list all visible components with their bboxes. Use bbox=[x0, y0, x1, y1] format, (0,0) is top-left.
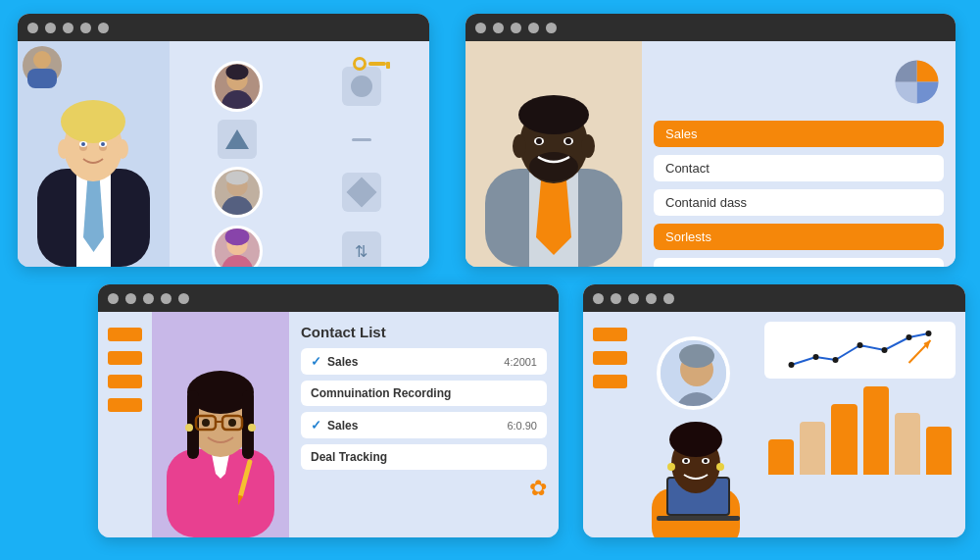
item-label-2: Comnuination Recording bbox=[311, 386, 451, 400]
checkmark-1: ✓ bbox=[311, 354, 321, 369]
svg-point-72 bbox=[704, 459, 708, 463]
svg-point-37 bbox=[513, 134, 526, 158]
svg-point-13 bbox=[81, 142, 85, 146]
bar-4 bbox=[863, 386, 889, 475]
avatar-dark-man bbox=[466, 41, 642, 267]
window-top-left: ⇅ bbox=[18, 14, 429, 267]
shape-double-arrow-icon: ⇅ bbox=[342, 231, 381, 267]
pie-chart-area bbox=[654, 55, 944, 109]
br-avatar-relative: ✿ bbox=[637, 312, 755, 537]
dot-3 bbox=[63, 23, 74, 33]
tl-grid: ⇅ bbox=[179, 61, 419, 267]
dot-1 bbox=[475, 23, 486, 33]
businessman-blond-svg bbox=[18, 41, 170, 267]
titlebar-bl bbox=[98, 284, 559, 312]
dot-2 bbox=[493, 23, 504, 33]
dot-4 bbox=[646, 293, 657, 304]
dot-4 bbox=[80, 23, 91, 33]
svg-point-53 bbox=[248, 424, 256, 432]
svg-point-59 bbox=[679, 344, 714, 368]
tr-menu-panel: Sales Contact Contanid dass Sorlests Cor… bbox=[642, 41, 956, 267]
key-icon bbox=[353, 57, 390, 71]
svg-point-74 bbox=[789, 362, 795, 368]
sidebar-btn-br-3[interactable] bbox=[593, 375, 627, 388]
titlebar-tl bbox=[18, 14, 429, 41]
tl-body: ⇅ bbox=[18, 41, 429, 267]
item-label-4: Deal Tracking bbox=[311, 450, 387, 464]
shape-circle-icon bbox=[342, 67, 381, 106]
pie-chart-svg bbox=[890, 55, 944, 109]
item-label-3: Sales bbox=[327, 419, 358, 433]
svg-point-78 bbox=[882, 347, 888, 353]
svg-point-71 bbox=[684, 459, 688, 463]
menu-item-cornr[interactable]: Cornr/hiding bbox=[654, 258, 944, 267]
line-chart-box bbox=[764, 322, 956, 379]
avatar-dark-hair bbox=[179, 61, 296, 112]
menu-item-contanid[interactable]: Contanid dass bbox=[654, 189, 944, 216]
item-label-1: Sales bbox=[327, 355, 358, 369]
bl-sidebar bbox=[98, 312, 152, 537]
contact-list-panel: Contact List ✓ Sales 4:2001 Comnuination… bbox=[289, 312, 559, 537]
svg-point-19 bbox=[226, 65, 249, 80]
contact-item-1[interactable]: ✓ Sales 4:2001 bbox=[301, 348, 547, 375]
window-bottom-right: ✿ bbox=[583, 284, 965, 537]
sidebar-btn-1[interactable] bbox=[108, 328, 142, 341]
avatar-woman-small bbox=[179, 226, 296, 267]
dot-5 bbox=[663, 293, 674, 304]
bar-3 bbox=[831, 404, 857, 475]
sidebar-btn-br-2[interactable] bbox=[593, 351, 627, 365]
dot-3 bbox=[511, 23, 521, 33]
dot-1 bbox=[27, 23, 38, 33]
dark-woman-area bbox=[637, 410, 755, 537]
svg-point-38 bbox=[581, 134, 595, 158]
dot-2 bbox=[125, 293, 136, 304]
svg-point-25 bbox=[225, 229, 250, 246]
window-top-right: Sales Contact Contanid dass Sorlests Cor… bbox=[466, 14, 956, 267]
br-body: ✿ bbox=[583, 312, 965, 537]
svg-point-79 bbox=[906, 334, 912, 340]
svg-rect-3 bbox=[27, 69, 57, 88]
dot-5 bbox=[98, 23, 109, 33]
svg-point-14 bbox=[101, 142, 105, 146]
svg-point-23 bbox=[221, 255, 253, 267]
dot-5 bbox=[178, 293, 189, 304]
dot-4 bbox=[161, 293, 172, 304]
shape-arrow-up-icon bbox=[218, 120, 257, 159]
contact-item-2[interactable]: Comnuination Recording bbox=[301, 381, 547, 406]
avatar-older-man bbox=[179, 167, 296, 218]
sidebar-btn-br-1[interactable] bbox=[593, 328, 627, 341]
svg-rect-64 bbox=[657, 516, 740, 521]
svg-point-32 bbox=[529, 152, 578, 181]
svg-point-75 bbox=[813, 354, 819, 360]
svg-point-16 bbox=[117, 139, 128, 159]
sidebar-btn-2[interactable] bbox=[108, 351, 142, 365]
contact-item-3[interactable]: ✓ Sales 6:0.90 bbox=[301, 412, 547, 438]
menu-item-sales-1[interactable]: Sales bbox=[654, 121, 944, 147]
contact-item-4[interactable]: Deal Tracking bbox=[301, 444, 547, 470]
sidebar-btn-4[interactable] bbox=[108, 398, 142, 412]
avatar-br-circle bbox=[657, 336, 730, 410]
line-chart-svg bbox=[768, 326, 952, 375]
avatar-woman-glasses bbox=[152, 312, 289, 537]
dark-man-svg bbox=[466, 41, 642, 267]
svg-point-50 bbox=[202, 419, 210, 427]
dash-element bbox=[304, 120, 420, 159]
window-bottom-left: Contact List ✓ Sales 4:2001 Comnuination… bbox=[98, 284, 559, 537]
sidebar-btn-3[interactable] bbox=[108, 375, 142, 388]
svg-point-52 bbox=[185, 424, 193, 432]
menu-item-sorlests[interactable]: Sorlests bbox=[654, 224, 944, 250]
svg-point-15 bbox=[58, 139, 70, 159]
titlebar-br bbox=[583, 284, 965, 312]
svg-point-77 bbox=[858, 342, 863, 348]
bar-chart-area bbox=[764, 386, 956, 475]
svg-point-76 bbox=[833, 357, 839, 363]
svg-point-22 bbox=[226, 171, 249, 184]
tr-body: Sales Contact Contanid dass Sorlests Cor… bbox=[466, 41, 956, 267]
svg-point-20 bbox=[221, 196, 253, 215]
svg-point-35 bbox=[536, 138, 542, 144]
dot-3 bbox=[143, 293, 154, 304]
menu-item-contact[interactable]: Contact bbox=[654, 155, 944, 181]
br-avatar-area: ✿ bbox=[637, 312, 755, 537]
bar-1 bbox=[768, 439, 794, 475]
checkmark-2: ✓ bbox=[311, 418, 321, 433]
